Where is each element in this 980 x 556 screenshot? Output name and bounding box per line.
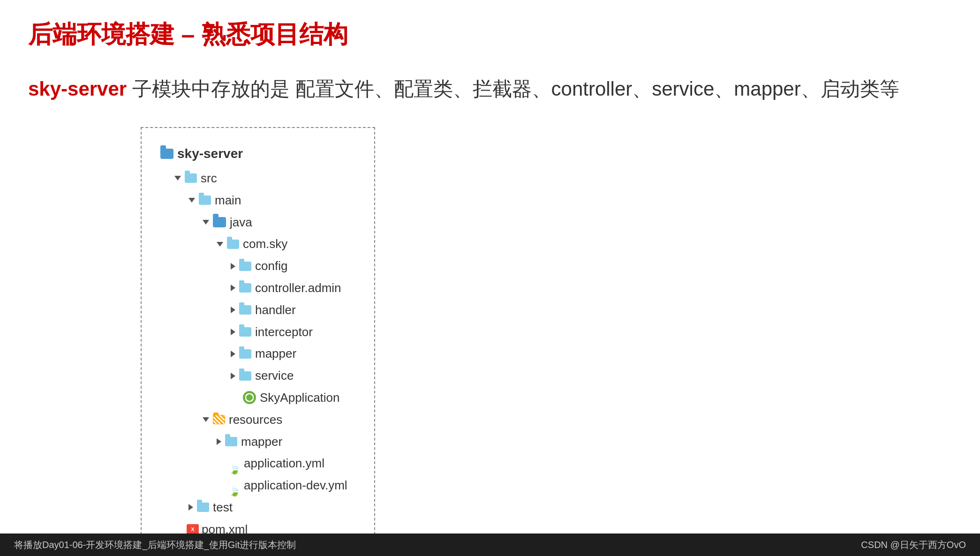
- page-container: 后端环境搭建 – 熟悉项目结构 sky-server 子模块中存放的是 配置文件…: [0, 0, 980, 556]
- folder-light-icon: [239, 327, 251, 337]
- chevron-right-icon: [231, 373, 235, 379]
- tree-row-mapper-resources[interactable]: mapper: [160, 431, 355, 453]
- tree-row-controller-admin[interactable]: controller.admin: [160, 277, 355, 299]
- folder-icon: [160, 149, 173, 159]
- tree-row-main[interactable]: main: [160, 189, 355, 211]
- tree-label: java: [230, 211, 252, 233]
- chevron-right-icon: [231, 285, 235, 291]
- tree-row-resources[interactable]: resources: [160, 409, 355, 431]
- folder-light-icon: [225, 437, 237, 446]
- tree-row-src[interactable]: src: [160, 167, 355, 189]
- chevron-down-icon: [217, 242, 223, 247]
- tree-row-mapper-java[interactable]: mapper: [160, 343, 355, 365]
- tree-row-application-dev-yml: application-dev.yml: [160, 474, 355, 496]
- folder-striped-icon: [213, 415, 225, 424]
- bottom-bar: 将播放Day01-06-开发环境搭建_后端环境搭建_使用Git进行版本控制 CS…: [0, 533, 980, 556]
- spring-icon: [243, 391, 256, 404]
- chevron-down-icon: [174, 176, 181, 180]
- folder-blue-icon: [213, 217, 226, 227]
- chevron-right-icon: [188, 504, 193, 511]
- folder-light-icon: [185, 173, 197, 183]
- folder-light-icon: [199, 195, 211, 205]
- tree-row-java[interactable]: java: [160, 211, 355, 233]
- tree-row-application-yml: application.yml: [160, 452, 355, 474]
- folder-light-icon: [239, 349, 251, 359]
- yml-icon: [229, 458, 241, 470]
- chevron-right-icon: [231, 329, 235, 335]
- folder-light-icon: [239, 262, 251, 271]
- tree-root-label: sky-server: [177, 142, 243, 165]
- folder-light-icon: [197, 503, 209, 512]
- tree-label: interceptor: [255, 321, 313, 343]
- chevron-down-icon: [188, 198, 195, 203]
- chevron-right-icon: [231, 263, 235, 270]
- tree-label: application.yml: [244, 452, 324, 474]
- chevron-right-icon: [217, 438, 221, 445]
- chevron-right-icon: [231, 351, 235, 357]
- tree-label: resources: [229, 409, 282, 431]
- chevron-down-icon: [203, 417, 209, 422]
- folder-light-icon: [239, 305, 251, 315]
- folder-light-icon: [227, 240, 239, 249]
- tree-row-handler[interactable]: handler: [160, 299, 355, 321]
- tree-label: mapper: [255, 343, 296, 365]
- tree-label: src: [201, 167, 217, 189]
- subtitle-highlight: sky-server: [28, 78, 127, 100]
- tree-row-test[interactable]: test: [160, 496, 355, 518]
- yml-icon: [229, 480, 241, 492]
- tree-row-interceptor[interactable]: interceptor: [160, 321, 355, 343]
- tree-row-config[interactable]: config: [160, 255, 355, 277]
- page-title: 后端环境搭建 – 熟悉项目结构: [28, 19, 952, 51]
- bottom-bar-left: 将播放Day01-06-开发环境搭建_后端环境搭建_使用Git进行版本控制: [14, 539, 296, 551]
- subtitle-line: sky-server 子模块中存放的是 配置文件、配置类、拦截器、control…: [28, 74, 952, 104]
- folder-light-icon: [239, 371, 251, 381]
- xml-icon: X: [187, 524, 199, 534]
- tree-label: com.sky: [243, 233, 287, 255]
- tree-label: config: [255, 255, 287, 277]
- bottom-bar-right: CSDN @日矢于西方OvO: [861, 539, 966, 551]
- tree-label: service: [255, 365, 294, 387]
- tree-label: test: [213, 496, 233, 518]
- chevron-down-icon: [203, 220, 209, 225]
- tree-label: mapper: [241, 431, 282, 453]
- tree-label: main: [215, 189, 241, 211]
- subtitle-rest: 子模块中存放的是 配置文件、配置类、拦截器、controller、service…: [127, 78, 899, 100]
- tree-label: application-dev.yml: [244, 474, 347, 496]
- tree-label: handler: [255, 299, 296, 321]
- tree-container: sky-server src main java com.sky: [141, 127, 375, 556]
- tree-row-comsky[interactable]: com.sky: [160, 233, 355, 255]
- tree-root: sky-server: [160, 142, 355, 165]
- tree-label: controller.admin: [255, 277, 341, 299]
- tree-label: SkyApplication: [260, 387, 340, 409]
- folder-light-icon: [239, 283, 251, 293]
- tree-row-service[interactable]: service: [160, 365, 355, 387]
- tree-row-skyapplication: SkyApplication: [160, 387, 355, 409]
- chevron-right-icon: [231, 307, 235, 313]
